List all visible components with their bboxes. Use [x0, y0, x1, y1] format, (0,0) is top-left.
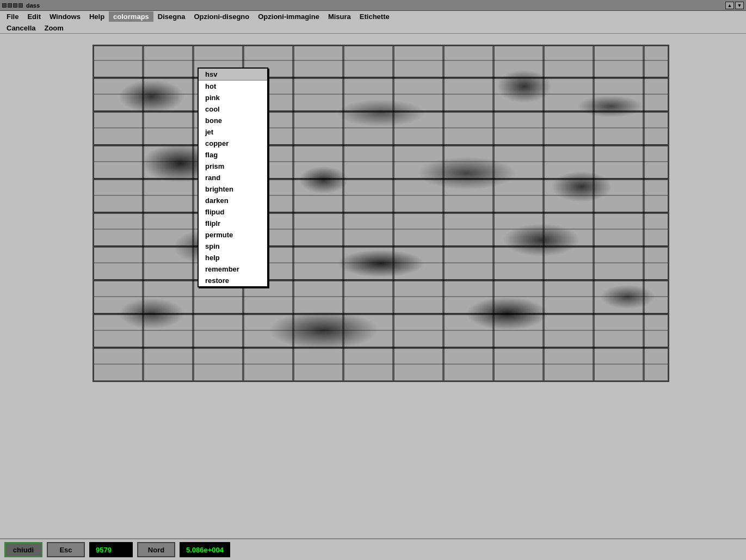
menu-file[interactable]: File — [2, 11, 23, 22]
menu-etichette[interactable]: Etichette — [355, 11, 394, 22]
nord-button[interactable]: Nord — [137, 542, 175, 557]
dropdown-item-jet[interactable]: jet — [199, 126, 267, 138]
title-dots — [2, 3, 23, 8]
title-dot-1 — [2, 3, 7, 8]
dropdown-item-cool[interactable]: cool — [199, 103, 267, 115]
esc-button[interactable]: Esc — [47, 542, 85, 557]
dropdown-item-pink[interactable]: pink — [199, 92, 267, 103]
main-content: hsv hot pink cool bone jet copper flag p… — [0, 34, 746, 538]
dropdown-item-rand[interactable]: rand — [199, 172, 267, 183]
dropdown-item-brighten[interactable]: brighten — [199, 183, 267, 195]
dropdown-item-hsv[interactable]: hsv — [199, 69, 267, 81]
status-bar: chiudi Esc 9579 Nord 5.086e+004 — [0, 538, 746, 560]
menu-windows[interactable]: Windows — [45, 11, 85, 22]
number-display: 9579 — [89, 542, 133, 557]
dropdown-item-flag[interactable]: flag — [199, 149, 267, 161]
dropdown-item-help[interactable]: help — [199, 252, 267, 263]
title-dot-3 — [13, 3, 17, 8]
menu-opzioni-disegno[interactable]: Opzioni-disegno — [189, 11, 254, 22]
menu-edit[interactable]: Edit — [23, 11, 45, 22]
dropdown-menu: hsv hot pink cool bone jet copper flag p… — [198, 67, 268, 287]
title-maximize-btn[interactable]: ▼ — [735, 2, 744, 9]
image-overlay — [94, 46, 668, 380]
title-dot-2 — [8, 3, 12, 8]
menu-cancella[interactable]: Cancella — [2, 23, 40, 33]
title-controls[interactable]: ▲ ▼ — [725, 2, 744, 9]
dropdown-item-permute[interactable]: permute — [199, 229, 267, 241]
dropdown-item-bone[interactable]: bone — [199, 115, 267, 126]
menu-row-1: File Edit Windows Help colormaps Disegna… — [0, 11, 746, 22]
chiudi-button[interactable]: chiudi — [4, 542, 42, 557]
title-text: dass — [26, 2, 40, 9]
menu-misura[interactable]: Misura — [324, 11, 355, 22]
menu-help[interactable]: Help — [85, 11, 109, 22]
dropdown-item-flipud[interactable]: flipud — [199, 206, 267, 218]
menu-row-2: Cancella Zoom — [0, 22, 746, 34]
menu-colormaps[interactable]: colormaps — [109, 11, 153, 22]
coord-display: 5.086e+004 — [180, 542, 230, 557]
menu-zoom[interactable]: Zoom — [40, 23, 67, 33]
menu-bar: File Edit Windows Help colormaps Disegna… — [0, 11, 746, 34]
dropdown-item-copper[interactable]: copper — [199, 138, 267, 149]
colormaps-dropdown[interactable]: hsv hot pink cool bone jet copper flag p… — [198, 67, 268, 287]
dropdown-item-spin[interactable]: spin — [199, 241, 267, 252]
dropdown-item-fliplr[interactable]: fliplr — [199, 218, 267, 229]
title-bar: dass ▲ ▼ — [0, 0, 746, 11]
dropdown-item-hot[interactable]: hot — [199, 81, 267, 92]
menu-disegna[interactable]: Disegna — [153, 11, 190, 22]
dropdown-item-darken[interactable]: darken — [199, 195, 267, 206]
dropdown-item-restore[interactable]: restore — [199, 275, 267, 286]
title-minimize-btn[interactable]: ▲ — [725, 2, 734, 9]
title-dot-4 — [19, 3, 23, 8]
image-canvas — [94, 46, 668, 380]
menu-opzioni-immagine[interactable]: Opzioni-immagine — [254, 11, 324, 22]
image-canvas-area — [93, 45, 669, 382]
dropdown-item-remember[interactable]: remember — [199, 263, 267, 275]
dropdown-item-prism[interactable]: prism — [199, 161, 267, 172]
